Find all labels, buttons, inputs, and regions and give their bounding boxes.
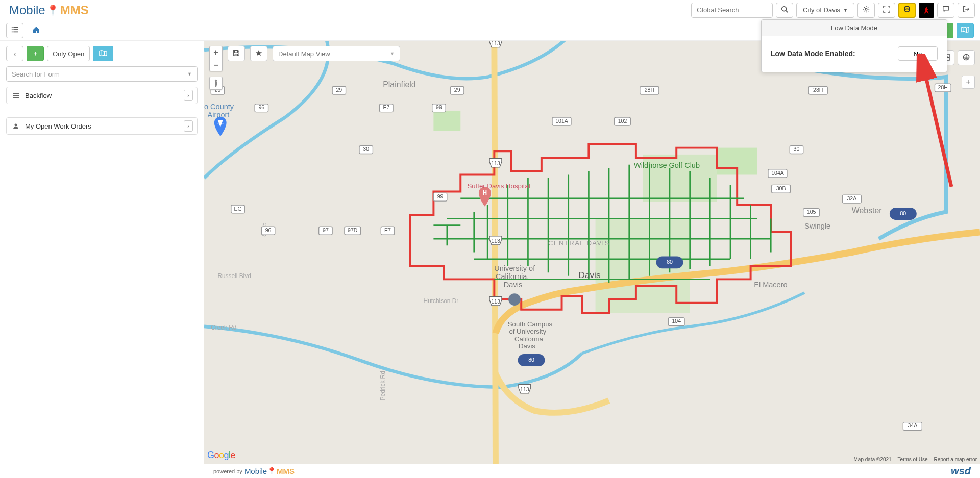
globe-icon (963, 54, 970, 62)
label-hospital: Sutter Davis Hospital (467, 182, 530, 190)
chat-button[interactable] (937, 3, 954, 18)
svg-rect-15 (13, 97, 19, 98)
svg-rect-10 (13, 32, 18, 33)
label-pedrick: Pedrick Rd (379, 371, 386, 400)
zoom-out-button[interactable]: − (210, 59, 222, 71)
label-plainfield: Plainfield (383, 80, 415, 89)
svg-point-0 (782, 7, 787, 11)
popover-label: Low Data Mode Enabled: (771, 49, 855, 58)
sidebar-item-label: My Open Work Orders (25, 122, 184, 130)
map-container[interactable]: H Plainfield o County Airport Wildhorse … (204, 41, 980, 464)
svg-rect-9 (12, 32, 13, 33)
svg-text:30B: 30B (776, 185, 786, 191)
svg-text:96: 96 (265, 227, 272, 233)
svg-text:34A: 34A (908, 422, 918, 429)
save-map-button[interactable] (228, 46, 245, 61)
list-icon (11, 92, 21, 98)
low-data-mode-button[interactable] (898, 3, 916, 18)
svg-rect-5 (12, 27, 13, 28)
svg-rect-7 (12, 29, 13, 30)
add-button[interactable]: ＋ (27, 46, 44, 61)
svg-text:29: 29 (454, 87, 460, 93)
favorite-map-button[interactable] (250, 46, 267, 61)
svg-text:32A: 32A (847, 195, 857, 202)
compress-button[interactable] (878, 3, 895, 18)
chevron-right-icon[interactable]: › (184, 90, 193, 101)
svg-rect-8 (13, 29, 18, 30)
top-navbar: Mobile 📍 MMS City of Davis ▼ (0, 0, 980, 20)
label-webster: Webster (852, 206, 882, 215)
label-s3: California (514, 335, 543, 343)
city-label: City of Davis (803, 6, 840, 14)
svg-rect-14 (13, 95, 19, 96)
settings-button[interactable] (857, 3, 875, 18)
label-s1: South Campus (508, 320, 553, 328)
svg-point-83 (215, 80, 217, 82)
label-uc2: California, (496, 272, 529, 281)
only-open-button[interactable]: Only Open (47, 46, 90, 61)
map-toolbar: Default Map View ▼ (228, 46, 400, 61)
low-data-toggle[interactable]: No (898, 46, 938, 61)
sidebar-item-label: Backflow (25, 92, 184, 99)
zoom-in-button[interactable]: + (210, 46, 222, 59)
main-area: ‹ ＋ Only Open Search for Form ▼ (0, 41, 980, 464)
report-error-link[interactable]: Report a map error (934, 457, 977, 462)
search-button[interactable] (776, 3, 793, 18)
map-add-layer-button[interactable]: + (962, 76, 975, 89)
svg-text:104: 104 (672, 318, 681, 324)
svg-text:105: 105 (807, 209, 816, 215)
label-davis: Davis (579, 270, 601, 280)
svg-text:30: 30 (363, 146, 369, 152)
city-dropdown[interactable]: City of Davis ▼ (796, 3, 854, 18)
svg-point-3 (905, 6, 910, 8)
home-button[interactable] (28, 23, 45, 38)
compress-icon (883, 6, 890, 14)
svg-line-1 (786, 11, 788, 13)
svg-text:101A: 101A (555, 118, 569, 124)
svg-text:113: 113 (491, 238, 500, 244)
sidebar-item-backflow[interactable]: Backflow › (6, 87, 198, 104)
map-attribution: Map data ©2021 Terms of Use Report a map… (854, 457, 977, 462)
svg-text:28H: 28H (645, 87, 654, 93)
back-button[interactable]: ‹ (6, 46, 23, 61)
terms-link[interactable]: Terms of Use (898, 457, 928, 462)
caret-down-icon: ▼ (187, 71, 192, 77)
label-uc3: Davis (504, 281, 522, 289)
chevron-left-icon: ‹ (14, 50, 16, 58)
map-canvas[interactable]: H Plainfield o County Airport Wildhorse … (204, 41, 980, 464)
streetview-pegman[interactable] (209, 77, 223, 90)
svg-text:80: 80 (900, 210, 906, 216)
svg-text:113: 113 (491, 41, 500, 46)
search-form-select[interactable]: Search for Form ▼ (6, 66, 198, 82)
database-icon (903, 6, 911, 14)
map-toggle-button[interactable] (93, 46, 113, 61)
svg-rect-19 (433, 111, 460, 131)
svg-point-2 (865, 8, 867, 10)
globe-button[interactable] (958, 50, 975, 65)
user-avatar[interactable] (919, 3, 934, 18)
chevron-right-icon[interactable]: › (184, 120, 193, 132)
powered-by-label: powered by (213, 468, 242, 474)
svg-text:102: 102 (618, 118, 627, 124)
logout-button[interactable] (958, 3, 975, 18)
map-view-select[interactable]: Default Map View ▼ (273, 46, 400, 61)
list-view-button[interactable] (6, 23, 23, 38)
subbar-map-button[interactable] (957, 23, 974, 38)
global-search-input[interactable] (691, 3, 773, 18)
label-creek: Creek Rd (211, 324, 236, 332)
svg-text:96: 96 (258, 104, 264, 110)
svg-text:97: 97 (323, 227, 329, 233)
svg-text:99: 99 (436, 104, 442, 110)
svg-rect-6 (13, 27, 18, 28)
svg-text:H: H (483, 189, 487, 196)
footer-logo: Mobile📍MMS (244, 467, 295, 476)
pin-icon: 📍 (46, 4, 59, 16)
user-icon (11, 123, 21, 129)
sidebar-item-work-orders[interactable]: My Open Work Orders › (6, 117, 198, 135)
home-icon (32, 26, 40, 35)
svg-text:113: 113 (520, 386, 529, 392)
app-logo: Mobile 📍 MMS (9, 3, 89, 17)
low-data-mode-popover: Low Data Mode Low Data Mode Enabled: No (761, 19, 947, 72)
logout-icon (963, 6, 970, 14)
svg-text:113: 113 (491, 298, 500, 305)
